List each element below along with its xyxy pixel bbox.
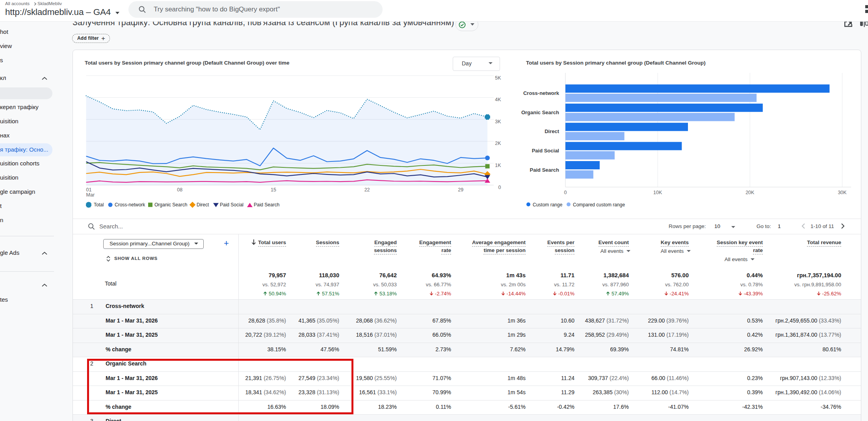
svg-text:10K: 10K	[653, 190, 662, 195]
svg-text:5K: 5K	[495, 75, 501, 81]
svg-text:29: 29	[458, 187, 463, 193]
svg-text:30K: 30K	[838, 190, 847, 195]
svg-text:2K: 2K	[495, 141, 501, 146]
svg-text:Organic Search: Organic Search	[521, 109, 559, 115]
svg-text:4K: 4K	[495, 97, 501, 102]
svg-text:22: 22	[364, 187, 370, 193]
svg-text:3K: 3K	[495, 119, 501, 124]
svg-text:0: 0	[564, 190, 567, 195]
svg-text:08: 08	[177, 187, 182, 193]
svg-text:01: 01	[86, 187, 92, 193]
svg-text:Paid Social: Paid Social	[532, 148, 559, 154]
svg-text:0: 0	[498, 185, 501, 190]
svg-text:1K: 1K	[495, 163, 501, 168]
svg-text:Paid Search: Paid Search	[530, 167, 559, 173]
svg-text:Direct: Direct	[545, 128, 559, 134]
svg-text:Cross-network: Cross-network	[523, 90, 559, 96]
svg-text:Mar: Mar	[86, 192, 95, 198]
svg-text:20K: 20K	[745, 190, 755, 195]
svg-text:15: 15	[271, 187, 276, 193]
